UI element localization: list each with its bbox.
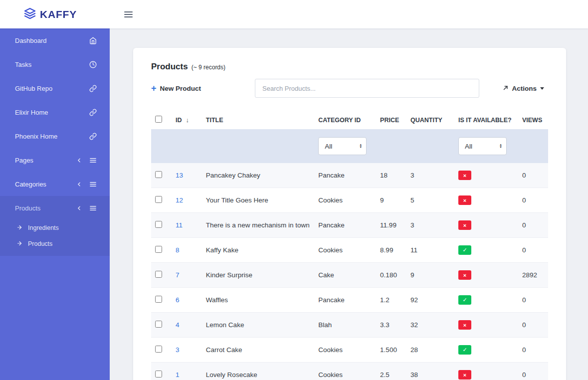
- unavailable-badge: ×: [458, 320, 471, 330]
- row-views: 0: [518, 163, 548, 188]
- sidebar-item-products[interactable]: Products: [0, 196, 110, 220]
- row-price: 11.99: [376, 213, 406, 238]
- link-icon: [89, 109, 97, 116]
- sidebar: Dashboard Tasks GitHub Repo Elixir Home …: [0, 28, 110, 380]
- row-id-link[interactable]: 12: [176, 196, 183, 204]
- row-id-link[interactable]: 4: [176, 321, 180, 329]
- products-card: Products (~ 9 records) + New Product Act…: [133, 48, 566, 380]
- row-title: Waffles: [202, 288, 314, 313]
- list-icon: [89, 181, 97, 188]
- sidebar-item-pages[interactable]: Pages: [0, 148, 110, 172]
- sidebar-subitem-label: Products: [28, 240, 52, 247]
- row-quantity: 3: [406, 163, 454, 188]
- sidebar-item-phoenix-home[interactable]: Phoenix Home: [0, 124, 110, 148]
- row-views: 2892: [518, 263, 548, 288]
- unavailable-badge: ×: [458, 195, 471, 205]
- row-quantity: 3: [406, 213, 454, 238]
- row-checkbox[interactable]: [155, 371, 162, 378]
- list-icon: [89, 157, 97, 164]
- row-category-id: Cookies: [314, 238, 376, 263]
- row-checkbox[interactable]: [155, 346, 162, 353]
- column-header-category-id: CATEGORY ID: [314, 111, 376, 129]
- row-price: 8.99: [376, 238, 406, 263]
- page-title: Products: [151, 62, 188, 72]
- plus-icon: +: [151, 84, 157, 93]
- row-title: There is a new mechanism in town: [202, 213, 314, 238]
- sidebar-item-tasks[interactable]: Tasks: [0, 52, 110, 76]
- hamburger-menu-icon[interactable]: [123, 8, 134, 21]
- row-quantity: 92: [406, 288, 454, 313]
- sidebar-item-label: GitHub Repo: [15, 85, 52, 92]
- category-filter-select[interactable]: All: [318, 137, 367, 155]
- row-quantity: 32: [406, 313, 454, 338]
- products-table: ID↓ TITLE CATEGORY ID PRICE QUANTITY IS …: [151, 111, 548, 380]
- row-id-link[interactable]: 13: [176, 172, 183, 179]
- row-id-link[interactable]: 1: [176, 371, 180, 379]
- table-row: 1Lovely RosecakeCookies2.538×0: [151, 363, 548, 380]
- row-quantity: 28: [406, 338, 454, 363]
- sidebar-item-label: Elixir Home: [15, 109, 48, 116]
- row-checkbox[interactable]: [155, 171, 162, 178]
- column-header-quantity: QUANTITY: [406, 111, 454, 129]
- row-category-id: Cake: [314, 263, 376, 288]
- row-id-link[interactable]: 7: [176, 271, 180, 279]
- sidebar-item-categories[interactable]: Categories: [0, 172, 110, 196]
- table-row: 6WafflesPancake1.292✓0: [151, 288, 548, 313]
- sidebar-item-label: Products: [15, 204, 40, 212]
- row-title: Pancakey Chakey: [202, 163, 314, 188]
- row-checkbox[interactable]: [155, 221, 162, 228]
- sidebar-subitem-products[interactable]: Products: [0, 236, 110, 252]
- sidebar-subitem-ingredients[interactable]: Ingredients: [0, 220, 110, 236]
- row-price: 3.3: [376, 313, 406, 338]
- new-product-button[interactable]: + New Product: [151, 84, 255, 93]
- table-body: 13Pancakey ChakeyPancake183×012Your Titl…: [151, 163, 548, 380]
- row-quantity: 38: [406, 363, 454, 380]
- unavailable-badge: ×: [458, 370, 471, 380]
- row-checkbox[interactable]: [155, 321, 162, 328]
- sidebar-item-label: Dashboard: [15, 37, 47, 44]
- sidebar-item-github-repo[interactable]: GitHub Repo: [0, 76, 110, 100]
- row-quantity: 5: [406, 188, 454, 213]
- sidebar-item-label: Phoenix Home: [15, 133, 57, 140]
- row-views: 0: [518, 188, 548, 213]
- brand-logo: KAFFY: [0, 7, 110, 21]
- row-category-id: Cookies: [314, 188, 376, 213]
- row-price: 0.180: [376, 263, 406, 288]
- row-quantity: 11: [406, 238, 454, 263]
- top-header: KAFFY: [0, 0, 588, 28]
- row-checkbox[interactable]: [155, 271, 162, 278]
- search-input[interactable]: [255, 79, 479, 98]
- main-content: Products (~ 9 records) + New Product Act…: [110, 0, 588, 380]
- sidebar-item-dashboard[interactable]: Dashboard: [0, 28, 110, 52]
- row-category-id: Blah: [314, 313, 376, 338]
- row-checkbox[interactable]: [155, 296, 162, 303]
- row-category-id: Pancake: [314, 288, 376, 313]
- row-checkbox[interactable]: [155, 196, 162, 203]
- table-header-row: ID↓ TITLE CATEGORY ID PRICE QUANTITY IS …: [151, 111, 548, 129]
- row-quantity: 9: [406, 263, 454, 288]
- chevron-left-icon: [76, 181, 82, 188]
- table-row: 4Lemon CakeBlah3.332×0: [151, 313, 548, 338]
- row-id-link[interactable]: 11: [176, 221, 183, 229]
- row-id-link[interactable]: 3: [176, 346, 180, 354]
- row-category-id: Pancake: [314, 163, 376, 188]
- arrow-up-right-icon: [502, 84, 512, 93]
- sidebar-item-elixir-home[interactable]: Elixir Home: [0, 100, 110, 124]
- table-row: 8Kaffy KakeCookies8.9911✓0: [151, 238, 548, 263]
- row-views: 0: [518, 313, 548, 338]
- row-checkbox[interactable]: [155, 246, 162, 253]
- filter-row: All All: [151, 129, 548, 163]
- actions-dropdown-button[interactable]: Actions: [502, 84, 544, 93]
- actions-label: Actions: [512, 85, 537, 92]
- available-filter-select[interactable]: All: [458, 137, 507, 155]
- select-all-checkbox[interactable]: [155, 116, 162, 123]
- column-header-price: PRICE: [376, 111, 406, 129]
- row-title: Carrot Cake: [202, 338, 314, 363]
- row-views: 0: [518, 363, 548, 380]
- sort-descending-icon: ↓: [186, 116, 189, 124]
- row-id-link[interactable]: 8: [176, 246, 180, 254]
- row-id-link[interactable]: 6: [176, 296, 180, 304]
- column-header-id[interactable]: ID↓: [172, 111, 202, 129]
- link-icon: [89, 85, 97, 92]
- row-title: Kaffy Kake: [202, 238, 314, 263]
